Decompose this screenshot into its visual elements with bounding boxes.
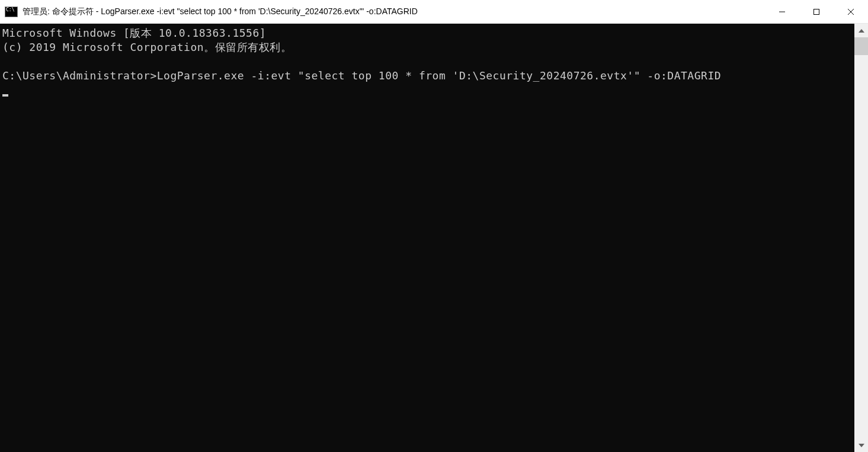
console-cursor bbox=[2, 94, 8, 97]
scroll-up-button[interactable] bbox=[854, 24, 868, 37]
titlebar[interactable]: 管理员: 命令提示符 - LogParser.exe -i:evt "selec… bbox=[0, 0, 868, 24]
console-prompt: C:\Users\Administrator> bbox=[2, 69, 157, 82]
window-controls bbox=[765, 0, 868, 23]
console-line-copyright: (c) 2019 Microsoft Corporation。保留所有权利。 bbox=[2, 41, 292, 53]
maximize-button[interactable] bbox=[799, 0, 834, 23]
close-button[interactable] bbox=[834, 0, 868, 23]
svg-rect-1 bbox=[814, 9, 819, 14]
minimize-button[interactable] bbox=[765, 0, 799, 23]
console-area[interactable]: Microsoft Windows [版本 10.0.18363.1556] (… bbox=[0, 24, 854, 452]
console-command: LogParser.exe -i:evt "select top 100 * f… bbox=[157, 69, 721, 82]
scroll-thumb[interactable] bbox=[854, 37, 868, 55]
scroll-down-button[interactable] bbox=[854, 438, 868, 452]
console-line-version: Microsoft Windows [版本 10.0.18363.1556] bbox=[2, 27, 266, 39]
console-prompt-line: C:\Users\Administrator>LogParser.exe -i:… bbox=[2, 69, 721, 82]
window-title: 管理员: 命令提示符 - LogParser.exe -i:evt "selec… bbox=[23, 7, 765, 17]
scroll-track[interactable] bbox=[854, 37, 868, 438]
console-wrapper: Microsoft Windows [版本 10.0.18363.1556] (… bbox=[0, 24, 868, 452]
vertical-scrollbar[interactable] bbox=[854, 24, 868, 452]
cmd-icon bbox=[5, 7, 18, 17]
